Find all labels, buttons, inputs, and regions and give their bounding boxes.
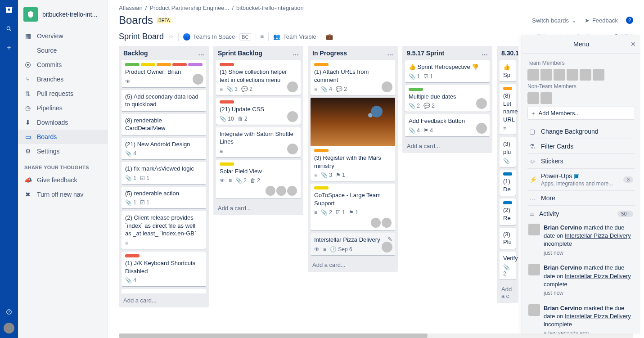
feedback-button[interactable]: ➤Feedback (585, 17, 618, 24)
card[interactable]: (1) fix markAsViewed logic📎 1☑ 1 (122, 162, 206, 184)
breadcrumb-item[interactable]: Product Partnership Enginee... (149, 5, 229, 11)
card[interactable]: (3) Register with the Mars ministry≡📎 3⚑… (311, 98, 395, 181)
card[interactable]: (3) plu📎 (500, 137, 516, 167)
sidebar-item-pipelines[interactable]: ◷Pipelines (18, 101, 108, 115)
member-avatar[interactable] (382, 81, 392, 92)
member-avatar[interactable] (371, 218, 381, 228)
card[interactable]: GoToSpace - Large Team Support≡📎 2☑ 1⚑ 1 (311, 184, 395, 230)
card[interactable]: (5) Android App Login Screen Wireframes (122, 289, 206, 293)
member-avatar[interactable] (193, 74, 203, 85)
card[interactable]: Product Owner: Brian👁 (122, 60, 206, 87)
card[interactable]: 👍 Sp (500, 60, 516, 81)
card[interactable]: (21) Update CSS📎 10🗑 2 (216, 98, 301, 125)
card[interactable]: (1) Show collection helper text in colle… (216, 60, 301, 95)
card-label (172, 63, 187, 66)
card[interactable]: (8) renderable CardDetailView (122, 114, 206, 135)
sidebar-item-settings[interactable]: ⚙Settings (18, 144, 108, 158)
sidebar-item-source[interactable]: Source (18, 43, 108, 58)
activity-link[interactable]: Interstellar Pizza Delivery (565, 273, 631, 279)
card[interactable]: Solar Field View👁≡📎 2🗑 2 (216, 160, 301, 199)
project-title: bitbucket-trello-int... (42, 11, 97, 18)
member-avatar[interactable] (527, 69, 539, 81)
card[interactable]: (3) Plu (500, 228, 516, 249)
member-avatar[interactable] (527, 92, 539, 104)
member-avatar[interactable] (287, 81, 298, 92)
menu-item-filter-cards[interactable]: ⚗Filter Cards (527, 139, 635, 153)
card[interactable]: Interstellar Pizza Delivery👁≡🕑 Sep 6✎ (311, 233, 395, 255)
menu-item-change-background[interactable]: ▢Change Background (527, 124, 635, 139)
sidebar-item-boards[interactable]: ▭Boards (18, 130, 108, 144)
breadcrumb-item[interactable]: Atlassian (119, 5, 143, 11)
menu-item-more[interactable]: …More (527, 190, 635, 205)
sidebar-item-commits[interactable]: ⦿Commits (18, 58, 108, 72)
activity-avatar[interactable] (528, 304, 540, 316)
list-view-icon[interactable]: ≡ (261, 33, 264, 40)
sidebar-item-pull-requests[interactable]: ⇅Pull requests (18, 86, 108, 101)
card[interactable]: (5) renderable action📎 1☑ 1 (122, 187, 206, 209)
member-avatar[interactable] (382, 218, 392, 228)
member-avatar[interactable] (540, 69, 552, 81)
list-menu-icon[interactable]: … (198, 50, 204, 57)
member-avatar[interactable] (476, 98, 487, 109)
card[interactable]: (2) Client release provides `index` as d… (122, 211, 206, 249)
sidebar-item-downloads[interactable]: ⬇Downloads (18, 115, 108, 130)
search-icon[interactable] (4, 23, 14, 34)
star-icon[interactable]: ☆ (168, 33, 174, 40)
member-avatar[interactable] (593, 69, 604, 81)
card[interactable]: Add Feedback Button📎 4⚑ 4 (405, 114, 490, 136)
member-avatar[interactable] (276, 186, 286, 196)
member-avatar[interactable] (476, 123, 487, 134)
help-icon[interactable]: ? (4, 306, 14, 317)
briefcase-icon[interactable]: 💼 (326, 33, 333, 40)
horizontal-scrollbar[interactable] (119, 333, 633, 338)
team-chip[interactable]: Teams In Space (183, 33, 235, 41)
card[interactable]: (1) Attach URLs from comment≡📎 4💬 2 (311, 60, 395, 95)
member-avatar[interactable] (567, 69, 578, 81)
member-avatar[interactable] (382, 242, 392, 252)
activity-avatar[interactable] (528, 264, 540, 275)
turn-off-nav-link[interactable]: ✖Turn off new nav (18, 187, 108, 202)
card[interactable]: (1) J/K Keyboard Shortcuts Disabled📎 4 (122, 252, 206, 286)
add-card-button[interactable]: Add a card... (119, 293, 209, 307)
card[interactable]: Integrate with Saturn Shuttle Lines≡ (216, 127, 301, 157)
list-menu-icon[interactable]: … (482, 50, 488, 57)
user-avatar[interactable] (4, 323, 14, 333)
sidebar-item-overview[interactable]: ▦Overview (18, 29, 108, 43)
member-avatar[interactable] (540, 92, 552, 104)
activity-link[interactable]: Interstellar Pizza Delivery (565, 232, 631, 239)
add-card-button[interactable]: Add a card... (402, 139, 492, 153)
member-avatar[interactable] (554, 69, 565, 81)
sidebar-item-branches[interactable]: ⑂Branches (18, 72, 108, 86)
member-avatar[interactable] (287, 186, 297, 196)
visibility-chip[interactable]: 👥Team Visible (273, 33, 316, 40)
card[interactable]: (2) Re (500, 198, 516, 225)
card[interactable]: (21) New Android Design📎 4 (122, 138, 206, 160)
activity-link[interactable]: Interstellar Pizza Delivery (565, 313, 631, 320)
card[interactable]: Verify📎 2 (500, 252, 516, 280)
close-icon[interactable]: ✕ (630, 41, 636, 48)
activity-avatar[interactable] (528, 224, 540, 235)
member-avatar[interactable] (266, 186, 275, 196)
add-card-button[interactable]: Add a card... (213, 201, 303, 215)
list-menu-icon[interactable]: … (387, 50, 393, 57)
member-avatar[interactable] (287, 111, 298, 122)
menu-item-stickers[interactable]: ☺Stickers (527, 153, 635, 168)
add-icon[interactable] (4, 42, 14, 53)
card[interactable]: (5) Add secondary data load to quickload (122, 90, 206, 111)
add-card-button[interactable]: Add a c (497, 282, 518, 303)
switch-boards-button[interactable]: Switch boards ⌄ (532, 17, 576, 24)
member-avatar[interactable] (580, 69, 591, 81)
bitbucket-logo-icon[interactable] (4, 5, 14, 15)
add-members-button[interactable]: +Add Members... (527, 107, 635, 120)
card[interactable]: 👍 Sprint Retrospective 👎📎 1☑ 1 (405, 60, 490, 82)
card[interactable]: Multiple due dates📎 2💬 2 (405, 85, 490, 112)
add-card-button[interactable]: Add a card... (308, 258, 398, 272)
help-button[interactable]: ? (626, 17, 633, 24)
breadcrumb-item[interactable]: bitbucket-trello-integration (236, 5, 304, 11)
give-feedback-link[interactable]: 📣Give feedback (18, 173, 108, 187)
card[interactable]: (1) De (500, 170, 516, 196)
card[interactable]: (8) Let name URL≡ (500, 84, 516, 135)
list-menu-icon[interactable]: … (293, 50, 299, 57)
member-avatar[interactable] (287, 144, 298, 154)
menu-item-power-ups[interactable]: ⚡Power-Ups ▣Apps, integrations and more.… (527, 168, 635, 190)
